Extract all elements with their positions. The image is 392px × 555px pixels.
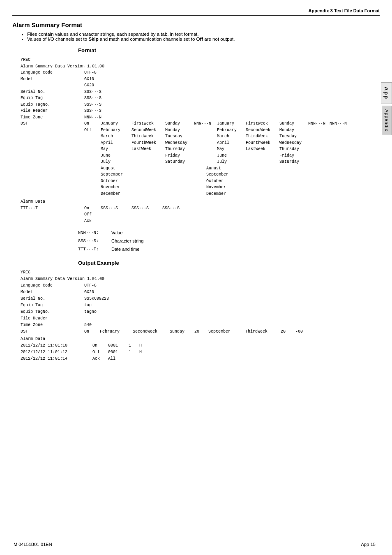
appendix-tab: Appendix (382, 106, 392, 135)
yrec-line: YREC (21, 57, 365, 63)
dst-august-row: August August (21, 165, 365, 172)
out-serial: Serial No.SS5KC09223 (21, 296, 365, 302)
ttt-on-row: TTT···T On SSS···S SSS···S SSS···S (21, 205, 365, 212)
page-footer: IM 04L51B01-01EN App-15 (12, 540, 376, 547)
dst-may-row: May LastWeek Thursday May LastWeek Thurs… (21, 146, 365, 153)
file-header-line: File HeaderSSS···S (21, 108, 365, 114)
legend-ttt-key: TTT···T: (78, 245, 109, 254)
out-alarm-row3: 2012/12/12 11:01:14 Ack All (21, 356, 365, 362)
dst-july-row: July Saturday July Saturday (21, 159, 365, 165)
language-code-line: Language CodeUTF-8 (21, 69, 365, 76)
bullet-list: Files contain values and character strin… (27, 32, 365, 42)
out-dst: DST On February SecondWeek Sunday 20 Sep… (21, 328, 365, 335)
out-file-header: File Header (21, 315, 365, 322)
legend-ttt: TTT···T: Date and time (78, 245, 365, 254)
format-title: Format (78, 47, 365, 53)
dst-october-row: October October (21, 178, 365, 185)
output-example-block: YREC Alarm Summary Data Version 1.01.00 … (21, 269, 365, 362)
out-yrec: YREC (21, 269, 365, 276)
dst-june-row: June Friday June Friday (21, 153, 365, 159)
time-zone-line: Time ZoneNNN···N (21, 114, 365, 121)
serial-line: Serial No.SSS···S (21, 89, 365, 95)
out-alarm-row2: 2012/12/12 11:01:12 Off 0001 1 H (21, 349, 365, 356)
legend-ttt-val: Date and time (111, 245, 139, 254)
legend-nnn: NNN···N: Value (78, 229, 365, 237)
footer-right: App-15 (361, 542, 376, 547)
legend-sss-key: SSS···S: (78, 237, 109, 245)
bullet-item-2: Values of I/O channels set to Skip and m… (27, 37, 365, 42)
legend-nnn-key: NNN···N: (78, 229, 109, 237)
page-header: Appendix 3 Text File Data Format (12, 8, 380, 16)
model-line1: ModelGX10 (21, 76, 365, 83)
dst-on-row: DST On January FirstWeek Sunday NNN···N … (21, 120, 365, 127)
right-sidebar: App Appendix (381, 82, 392, 135)
out-language: Language CodeUTF-8 (21, 282, 365, 289)
output-title: Output Example (78, 260, 365, 266)
ttt-off-row: Off (21, 211, 365, 218)
dst-december-row: December December (21, 191, 365, 197)
out-time-zone: Time Zone540 (21, 322, 365, 328)
model-line2: GX20 (21, 82, 365, 89)
out-model: ModelGX20 (21, 289, 365, 296)
header-title: Appendix 3 Text File Data Format (309, 8, 380, 13)
out-equip-tagno: Equip TagNo.tagno (21, 309, 365, 315)
dst-off-row: Off February SecondWeek Monday February … (21, 127, 365, 134)
ttt-ack-row: Ack (21, 218, 365, 224)
legend-block: NNN···N: Value SSS···S: Character string… (78, 229, 365, 253)
out-equip-tag: Equip Tagtag (21, 302, 365, 309)
dst-march-row: March ThirdWeek Tuesday March ThirdWeek … (21, 133, 365, 140)
equip-tagno-line: Equip TagNo.SSS···S (21, 102, 365, 108)
format-block: YREC Alarm Summary Data Version 1.01.00 … (21, 57, 365, 224)
app-tab: App (381, 82, 392, 104)
output-section: Output Example (78, 260, 365, 266)
alarm-data-label: Alarm Data (21, 199, 365, 205)
legend-sss: SSS···S: Character string (78, 237, 365, 245)
dst-april-row: April FourthWeek Wednesday April FourthW… (21, 140, 365, 146)
legend-nnn-val: Value (111, 229, 122, 237)
equip-tag-line: Equip TagSSS···S (21, 95, 365, 102)
format-section: Format (78, 47, 365, 53)
footer-left: IM 04L51B01-01EN (12, 542, 52, 547)
section-title: Alarm Summary Format (12, 21, 365, 28)
dst-november-row: November November (21, 184, 365, 191)
legend-sss-val: Character string (111, 237, 143, 245)
out-alarm-data: Alarm Data (21, 336, 365, 342)
out-alarm-row1: 2012/12/12 11:01:10 On 0001 1 H (21, 342, 365, 349)
dst-september-row: September September (21, 171, 365, 178)
alarm-summary-line: Alarm Summary Data Version 1.01.00 (21, 63, 365, 70)
out-alarm-summary: Alarm Summary Data Version 1.01.00 (21, 276, 365, 282)
bullet-item-1: Files contain values and character strin… (27, 32, 365, 37)
